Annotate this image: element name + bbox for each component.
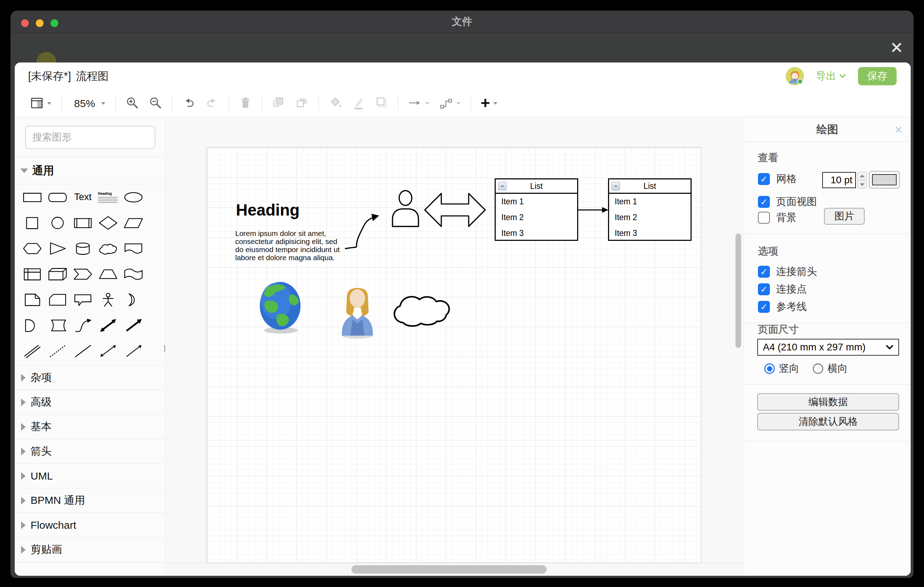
shape-card[interactable] bbox=[45, 287, 70, 312]
sidebar-category-clipart[interactable]: 剪贴画 bbox=[15, 537, 165, 562]
save-button[interactable]: 保存 bbox=[858, 67, 897, 85]
shape-step[interactable] bbox=[71, 262, 95, 287]
export-button[interactable]: 导出 bbox=[816, 69, 846, 83]
shape-and[interactable] bbox=[20, 313, 45, 338]
shape-parallelogram[interactable] bbox=[121, 211, 146, 235]
list-header[interactable]: − List bbox=[609, 180, 691, 194]
delete-button[interactable] bbox=[238, 96, 252, 111]
panel-close-icon[interactable]: ✕ bbox=[894, 117, 903, 142]
list-item[interactable]: Item 2 bbox=[609, 209, 691, 225]
shape-bidirectional-arrow[interactable] bbox=[96, 313, 120, 338]
undo-button[interactable] bbox=[182, 96, 196, 111]
redo-button[interactable] bbox=[205, 96, 219, 111]
sidebar-category-bpmn[interactable]: BPMN 通用 bbox=[15, 488, 165, 513]
page-view-button[interactable] bbox=[30, 96, 52, 111]
diagram-heading-text[interactable]: Heading bbox=[236, 201, 299, 219]
drawing-canvas[interactable]: Heading Lorem ipsum dolor sit amet, cons… bbox=[165, 117, 743, 576]
list-item[interactable]: Item 1 bbox=[609, 194, 691, 209]
shape-hexagon[interactable] bbox=[20, 236, 45, 261]
shape-directional-connector[interactable] bbox=[121, 339, 146, 363]
zoom-level-button[interactable]: 85% bbox=[71, 97, 106, 110]
person-shape[interactable] bbox=[391, 188, 420, 228]
sidebar-category-misc[interactable]: 杂项 bbox=[15, 365, 165, 390]
shape-dotted-line[interactable] bbox=[45, 339, 70, 363]
shape-bidirectional-connector[interactable] bbox=[96, 339, 120, 363]
zoom-level-value[interactable]: 85% bbox=[74, 97, 95, 110]
shape-triangle[interactable] bbox=[45, 236, 70, 261]
connection-arrow-button[interactable] bbox=[408, 96, 430, 111]
horizontal-scrollbar[interactable] bbox=[351, 565, 546, 574]
list-shape[interactable]: − List Item 1 Item 2 Item 3 bbox=[495, 178, 578, 241]
list-header[interactable]: − List bbox=[496, 180, 577, 194]
shape-trapezoid[interactable] bbox=[96, 262, 120, 287]
shape-arrow[interactable] bbox=[121, 313, 146, 338]
shape-callout[interactable] bbox=[71, 287, 95, 312]
list-shape[interactable]: − List Item 1 Item 2 Item 3 bbox=[608, 178, 691, 241]
list-item[interactable]: Item 2 bbox=[496, 209, 577, 225]
diagram-page[interactable]: Heading Lorem ipsum dolor sit amet, cons… bbox=[207, 147, 701, 563]
list-connector-arrow[interactable] bbox=[578, 204, 610, 216]
shape-cloud[interactable] bbox=[96, 236, 120, 261]
shape-circle[interactable] bbox=[45, 211, 70, 235]
shape-curve[interactable] bbox=[71, 313, 95, 338]
edit-data-button[interactable]: 编辑数据 bbox=[757, 393, 899, 411]
sidebar-section-general[interactable]: 通用 bbox=[15, 157, 165, 184]
line-color-button[interactable] bbox=[351, 96, 365, 111]
sidebar-category-uml[interactable]: UML bbox=[15, 463, 165, 488]
page-view-checkbox[interactable]: ✓ bbox=[758, 196, 770, 208]
curved-arrow-connector[interactable] bbox=[340, 209, 386, 255]
to-front-button[interactable] bbox=[272, 96, 286, 111]
sidebar-category-basic[interactable]: 基本 bbox=[15, 414, 165, 439]
shape-tape[interactable] bbox=[121, 262, 146, 287]
chevron-down-icon[interactable] bbox=[493, 101, 498, 107]
connection-points-checkbox[interactable]: ✓ bbox=[758, 283, 770, 295]
collapse-minus-icon[interactable]: − bbox=[498, 182, 507, 190]
shape-process[interactable] bbox=[71, 211, 95, 235]
waypoint-style-button[interactable] bbox=[439, 96, 461, 111]
shape-note[interactable] bbox=[20, 287, 45, 312]
sidebar-category-advanced[interactable]: 高级 bbox=[15, 390, 165, 414]
landscape-radio[interactable] bbox=[813, 363, 823, 374]
page-size-select[interactable]: A4 (210 mm x 297 mm) bbox=[757, 339, 899, 356]
list-item[interactable]: Item 3 bbox=[496, 225, 577, 241]
shape-text[interactable]: Text bbox=[71, 185, 95, 209]
shadow-button[interactable] bbox=[375, 96, 389, 111]
shape-ellipse[interactable] bbox=[121, 185, 146, 209]
shape-internal-storage[interactable] bbox=[20, 262, 45, 287]
globe-clipart[interactable] bbox=[258, 280, 304, 335]
background-checkbox[interactable]: ✓ bbox=[758, 212, 770, 224]
user-avatar[interactable] bbox=[786, 67, 804, 85]
zoom-in-button[interactable] bbox=[125, 96, 139, 111]
to-back-button[interactable] bbox=[295, 96, 309, 111]
chevron-down-icon[interactable] bbox=[101, 101, 106, 107]
sidebar-category-flowchart[interactable]: Flowchart bbox=[15, 513, 165, 537]
shape-document[interactable] bbox=[121, 236, 146, 261]
shape-search-box[interactable] bbox=[25, 126, 155, 149]
shape-or[interactable] bbox=[121, 287, 146, 312]
connection-arrows-checkbox[interactable]: ✓ bbox=[758, 266, 770, 278]
stepper-up-button[interactable] bbox=[857, 171, 867, 180]
vertical-scrollbar[interactable] bbox=[736, 234, 741, 348]
shape-link[interactable] bbox=[20, 339, 45, 363]
shape-actor[interactable] bbox=[96, 287, 120, 312]
stepper-down-button[interactable] bbox=[857, 180, 867, 188]
cloud-shape[interactable] bbox=[386, 279, 456, 334]
grid-checkbox[interactable]: ✓ bbox=[758, 173, 770, 185]
shape-data-storage[interactable] bbox=[45, 313, 70, 338]
chevron-down-icon[interactable] bbox=[46, 101, 52, 107]
grid-size-input[interactable] bbox=[822, 172, 856, 188]
portrait-radio[interactable] bbox=[764, 363, 775, 374]
shape-rectangle[interactable] bbox=[20, 185, 45, 209]
shape-cube[interactable] bbox=[45, 262, 70, 287]
chevron-down-icon[interactable] bbox=[456, 101, 461, 107]
list-item[interactable]: Item 3 bbox=[609, 225, 691, 241]
close-icon[interactable]: ✕ bbox=[885, 36, 908, 59]
insert-button[interactable]: + bbox=[480, 96, 498, 111]
shape-diamond[interactable] bbox=[96, 211, 120, 235]
clear-default-style-button[interactable]: 清除默认风格 bbox=[757, 413, 899, 430]
guides-checkbox[interactable]: ✓ bbox=[758, 301, 770, 313]
background-image-button[interactable]: 图片 bbox=[824, 208, 865, 225]
shape-line[interactable] bbox=[71, 339, 95, 363]
sidebar-category-arrows[interactable]: 箭头 bbox=[15, 439, 165, 463]
grid-color-swatch-button[interactable] bbox=[869, 171, 900, 188]
